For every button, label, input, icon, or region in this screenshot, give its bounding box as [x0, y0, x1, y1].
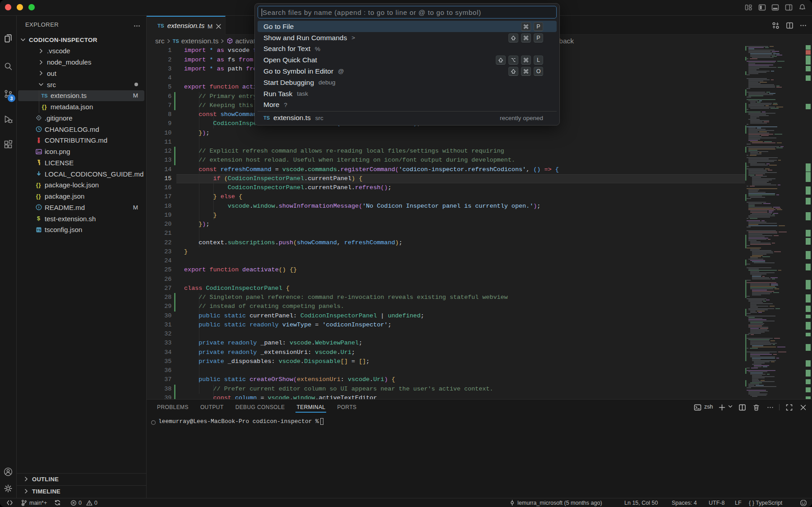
svg-text:TS: TS — [37, 228, 41, 232]
